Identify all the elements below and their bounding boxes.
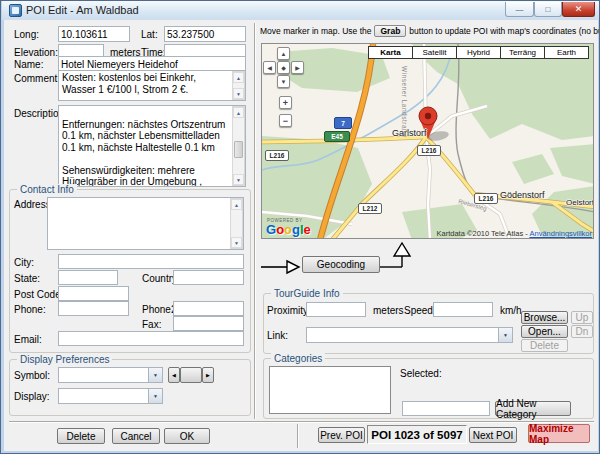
prev-poi-button[interactable]: Prev. POI [318, 427, 365, 443]
pan-down-icon[interactable]: ▼ [277, 75, 290, 88]
poi-counter: POI 1023 of 5097 [367, 425, 467, 444]
display-dropdown[interactable]: ▼ [58, 388, 163, 404]
tab-earth[interactable]: Earth [544, 46, 589, 59]
long-input[interactable] [58, 26, 130, 42]
symbol-scroll-right-icon[interactable]: ▶ [202, 367, 214, 383]
speed-input[interactable] [433, 302, 493, 317]
map-panel[interactable]: Karta Satellit Hybrid Terräng Earth ▲ ◀ … [261, 43, 594, 239]
instruction-pre: Move marker in map. Use the [260, 26, 371, 36]
tourguide-delete-button[interactable]: Delete [521, 339, 568, 352]
attribution-text: Kartdata ©2010 Tele Atlas - [437, 229, 530, 238]
pan-left-icon[interactable]: ◀ [263, 61, 276, 74]
maximize-map-button[interactable]: Maximize Map [528, 424, 590, 443]
ok-button[interactable]: OK [164, 428, 210, 444]
address-scrollbar[interactable]: ▲ ▼ [230, 198, 243, 249]
l216-badge: L216 [417, 145, 441, 156]
country-input[interactable] [173, 270, 244, 285]
l212-badge: L212 [358, 203, 382, 214]
browse-button[interactable]: Browse... [521, 311, 568, 324]
comment-scrollbar[interactable]: ▲ ▼ [232, 71, 245, 100]
fax-label: Fax: [142, 319, 161, 330]
symbol-scroll-thumb[interactable] [180, 367, 202, 383]
phone-input[interactable] [58, 301, 129, 316]
tab-hybrid[interactable]: Hybrid [456, 46, 501, 59]
scroll-down-icon[interactable]: ▼ [231, 237, 242, 248]
link-label: Link: [267, 330, 288, 341]
symbol-scroll-left-icon[interactable]: ◀ [168, 367, 180, 383]
town-label-goedenstorf: Gödenstorf [500, 190, 545, 200]
name-label: Name: [14, 59, 43, 70]
proximity-label: Proximity: [267, 305, 311, 316]
speed-unit-label: km/h [500, 305, 522, 316]
add-new-category-button[interactable]: Add New Category [495, 401, 571, 416]
app-icon [9, 4, 22, 17]
link-dropdown[interactable]: ▼ [306, 327, 513, 343]
symbol-label: Symbol: [14, 370, 50, 381]
scroll-down-icon[interactable]: ▼ [233, 174, 244, 185]
chevron-down-icon[interactable]: ▼ [498, 328, 512, 342]
map-instruction: Move marker in map. Use the Grab button … [257, 25, 595, 37]
zoom-in-icon[interactable]: + [279, 96, 292, 109]
comment-label: Comment: [14, 73, 60, 84]
proximity-unit-label: meters [373, 305, 404, 316]
tab-terrang[interactable]: Terräng [500, 46, 545, 59]
logo-letter: g [292, 222, 300, 237]
map-canvas[interactable] [262, 44, 594, 239]
scroll-up-icon[interactable]: ▲ [233, 107, 244, 118]
pan-center-icon[interactable]: ◆ [277, 61, 290, 74]
phone2-input[interactable] [173, 301, 244, 316]
tourguide-title: TourGuide Info [271, 288, 343, 299]
logo-letter: e [304, 222, 311, 237]
city-label: City: [14, 257, 34, 268]
chevron-down-icon[interactable]: ▼ [148, 389, 162, 403]
long-label: Long: [14, 29, 39, 40]
state-input[interactable] [58, 270, 118, 285]
scroll-down-icon[interactable]: ▼ [233, 88, 244, 99]
zoom-out-icon[interactable]: − [279, 114, 292, 127]
grab-button[interactable]: Grab [374, 25, 406, 37]
open-button[interactable]: Open... [521, 325, 568, 338]
logo-letter: o [284, 222, 292, 237]
geocoding-button[interactable]: Geocoding [302, 256, 380, 273]
footer-vertical-divider [297, 424, 299, 448]
pan-right-icon[interactable]: ▶ [291, 61, 304, 74]
cancel-button[interactable]: Cancel [112, 428, 160, 444]
map-attribution: Kartdata ©2010 Tele Atlas - Användningsv… [402, 229, 592, 238]
google-logo: Google [266, 222, 311, 237]
fax-input[interactable] [173, 316, 244, 331]
maximize-button-icon[interactable]: □ [534, 2, 562, 17]
pan-up-icon[interactable]: ▲ [277, 47, 290, 60]
symbol-dropdown[interactable]: ▼ [58, 367, 163, 383]
state-label: State: [14, 273, 40, 284]
scroll-up-icon[interactable]: ▲ [231, 199, 242, 210]
chevron-down-icon[interactable]: ▼ [148, 368, 162, 382]
city-input[interactable] [58, 254, 244, 269]
close-button-icon[interactable]: ✕ [562, 2, 595, 17]
up-button[interactable]: Up [571, 311, 593, 324]
scroll-up-icon[interactable]: ▲ [233, 72, 244, 83]
proximity-input[interactable] [306, 302, 366, 317]
email-input[interactable] [58, 331, 244, 346]
selected-label: Selected: [400, 368, 442, 379]
comment-textarea[interactable]: Kosten: kostenlos bei Einkehr, Wasser 1 … [58, 70, 246, 101]
lat-input[interactable] [164, 26, 246, 42]
scrollbar-thumb[interactable] [234, 141, 243, 158]
display-label: Display: [14, 391, 50, 402]
categories-title: Categories [271, 353, 325, 364]
attribution-link[interactable]: Användningsvillkor [529, 229, 592, 238]
speed-label: Speed: [404, 305, 436, 316]
description-textarea[interactable]: Entfernungen: nächstes Ortszentrum 0.1 k… [58, 105, 246, 187]
next-poi-button[interactable]: Next POI [469, 427, 517, 443]
tab-satellit[interactable]: Satellit [412, 46, 457, 59]
categories-listbox[interactable] [269, 366, 391, 414]
description-scrollbar[interactable]: ▲ ▼ [232, 106, 245, 186]
tab-karta[interactable]: Karta [368, 46, 413, 59]
delete-button[interactable]: Delete [57, 428, 105, 444]
instruction-post: button to update POI with map's coordina… [409, 26, 600, 36]
dn-button[interactable]: Dn [571, 325, 593, 338]
new-category-input[interactable] [402, 401, 490, 416]
town-label-oelstorf: Oelstorf [566, 198, 594, 207]
address-textarea[interactable] [47, 197, 244, 250]
minimize-button-icon[interactable]: — [505, 2, 534, 17]
postcode-input[interactable] [58, 286, 129, 301]
